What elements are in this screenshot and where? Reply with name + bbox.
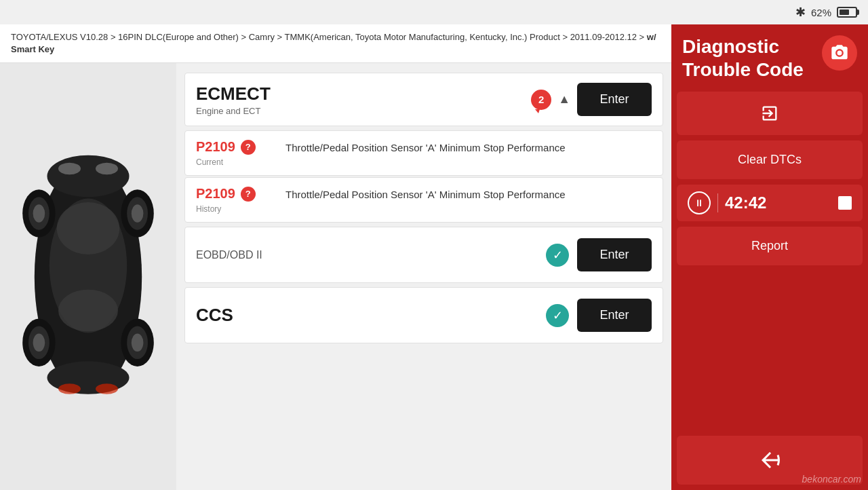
breadcrumb-text: TOYOTA/LEXUS V10.28 > 16PIN DLC(Europe a… bbox=[11, 32, 644, 42]
timer-divider bbox=[717, 193, 718, 212]
svg-point-11 bbox=[132, 204, 144, 222]
svg-point-20 bbox=[58, 383, 81, 394]
ecmect-subtitle: Engine and ECT bbox=[196, 106, 524, 116]
sidebar-spacer bbox=[671, 268, 868, 436]
eobd-module-row: EOBD/OBD II ✓ Enter bbox=[184, 227, 663, 283]
timer-bar: ⏸ 42:42 bbox=[677, 185, 863, 221]
svg-point-17 bbox=[132, 333, 144, 351]
eobd-enter-button[interactable]: Enter bbox=[577, 238, 652, 271]
export-button[interactable] bbox=[677, 92, 863, 135]
ccs-check-icon: ✓ bbox=[546, 304, 569, 327]
svg-point-22 bbox=[837, 51, 842, 56]
main-layout: TOYOTA/LEXUS V10.28 > 16PIN DLC(Europe a… bbox=[0, 24, 868, 490]
module-title-area: ECMECT Engine and ECT bbox=[196, 83, 524, 116]
ecmect-enter-button[interactable]: Enter bbox=[577, 83, 652, 116]
timer-display: 42:42 bbox=[725, 193, 831, 212]
svg-point-2 bbox=[57, 202, 119, 255]
pause-icon: ⏸ bbox=[694, 197, 704, 208]
ecmect-module-card: ECMECT Engine and ECT 2 ▲ Enter bbox=[184, 73, 663, 126]
svg-point-19 bbox=[96, 162, 118, 174]
ccs-title: CCS bbox=[196, 305, 538, 326]
clear-dtcs-button[interactable]: Clear DTCs bbox=[677, 140, 863, 179]
clear-dtcs-label: Clear DTCs bbox=[738, 153, 802, 167]
report-button[interactable]: Report bbox=[677, 227, 863, 265]
dtc-description-current: Throttle/Pedal Position Sensor 'A' Minim… bbox=[285, 139, 566, 155]
report-label: Report bbox=[751, 239, 788, 253]
car-image-area bbox=[0, 63, 176, 490]
ccs-enter-button[interactable]: Enter bbox=[577, 299, 652, 332]
help-icon-current[interactable]: ? bbox=[241, 140, 256, 155]
camera-icon bbox=[830, 43, 849, 62]
svg-point-21 bbox=[96, 383, 118, 394]
camera-button[interactable] bbox=[822, 35, 857, 71]
svg-point-4 bbox=[47, 155, 130, 197]
dtc-badge: 2 bbox=[531, 90, 551, 110]
svg-point-18 bbox=[58, 162, 81, 174]
battery-fill bbox=[840, 10, 849, 15]
battery-icon bbox=[837, 7, 857, 18]
eobd-check-icon: ✓ bbox=[546, 244, 569, 267]
content-area: ECMECT Engine and ECT 2 ▲ Enter P2109 ? bbox=[0, 63, 671, 490]
module-header: ECMECT Engine and ECT 2 ▲ Enter bbox=[196, 83, 652, 116]
bluetooth-icon: ✱ bbox=[795, 5, 806, 20]
dtc-code-history: P2109 ? bbox=[196, 186, 277, 202]
watermark: bekoncar.com bbox=[802, 474, 861, 485]
arrow-up-icon[interactable]: ▲ bbox=[558, 92, 570, 107]
left-panel: TOYOTA/LEXUS V10.28 > 16PIN DLC(Europe a… bbox=[0, 24, 671, 490]
status-bar: ✱ 62% bbox=[0, 0, 868, 24]
dtc-description-history: Throttle/Pedal Position Sensor 'A' Minim… bbox=[285, 186, 566, 202]
right-sidebar: DiagnosticTrouble Code Clear DTCs ⏸ bbox=[671, 24, 868, 490]
dtc-row-history: P2109 ? History Throttle/Pedal Position … bbox=[184, 177, 663, 223]
modules-list: ECMECT Engine and ECT 2 ▲ Enter P2109 ? bbox=[176, 63, 671, 490]
dtc-type-history: History bbox=[196, 204, 277, 214]
breadcrumb: TOYOTA/LEXUS V10.28 > 16PIN DLC(Europe a… bbox=[0, 24, 671, 63]
stop-button[interactable] bbox=[838, 196, 852, 210]
svg-point-8 bbox=[33, 204, 45, 222]
dtc-type-current: Current bbox=[196, 157, 277, 167]
eobd-module-name: EOBD/OBD II bbox=[196, 249, 538, 261]
dtc-left-history: P2109 ? History bbox=[196, 186, 277, 214]
sidebar-title: DiagnosticTrouble Code bbox=[682, 35, 804, 81]
back-icon bbox=[757, 448, 782, 472]
ccs-module-row: CCS ✓ Enter bbox=[184, 287, 663, 343]
car-image bbox=[14, 135, 163, 419]
ecmect-title: ECMECT bbox=[196, 83, 524, 105]
battery-percentage: 62% bbox=[811, 7, 831, 18]
pause-button[interactable]: ⏸ bbox=[688, 191, 711, 214]
help-icon-history[interactable]: ? bbox=[241, 187, 256, 202]
dtc-code-current: P2109 ? bbox=[196, 139, 277, 155]
svg-point-14 bbox=[33, 333, 45, 351]
dtc-row-current: P2109 ? Current Throttle/Pedal Position … bbox=[184, 130, 663, 176]
svg-point-3 bbox=[58, 289, 118, 331]
export-icon bbox=[760, 104, 779, 123]
dtc-left-current: P2109 ? Current bbox=[196, 139, 277, 167]
sidebar-header: DiagnosticTrouble Code bbox=[671, 24, 868, 89]
